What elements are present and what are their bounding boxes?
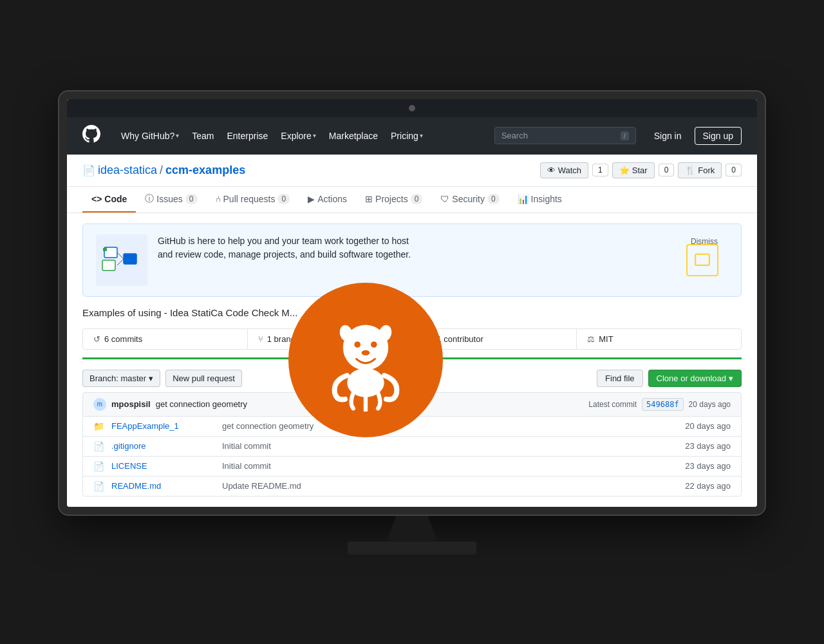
projects-count-badge: 0 [411, 194, 423, 204]
tab-issues[interactable]: ⓘ Issues 0 [136, 187, 206, 213]
repo-tabs: <> Code ⓘ Issues 0 ⑃ Pull requests 0 ▶ A… [67, 187, 757, 213]
svg-rect-2 [124, 254, 136, 264]
tab-projects[interactable]: ⊞ Projects 0 [356, 187, 431, 213]
nav-enterprise[interactable]: Enterprise [221, 127, 273, 145]
new-pull-request-button[interactable]: New pull request [165, 370, 242, 387]
search-input[interactable]: Search / [494, 127, 636, 144]
repo-separator: / [160, 164, 163, 177]
file-name-link[interactable]: FEAppExample_1 [111, 421, 214, 431]
stat-branches[interactable]: ⑂ 1 branch [248, 329, 413, 349]
actions-icon: ▶ [308, 194, 315, 204]
table-row: 📄 .gitignore Initial commit 23 days ago [83, 437, 741, 457]
banner-text: GitHub is here to help you and your team… [158, 234, 666, 261]
file-name-link[interactable]: LICENSE [111, 461, 214, 471]
title-bar [67, 99, 757, 117]
file-table: 📁 FEAppExample_1 get connection geometry… [82, 416, 742, 497]
commit-message: get connection geometry [156, 399, 584, 409]
commit-author-avatar: m [93, 398, 106, 411]
monitor-screen: Why GitHub? ▾ Team Enterprise Explore ▾ [67, 99, 757, 507]
stats-bar: ↺ 6 commits ⑂ 1 branch 👥 1 contributor ⚖… [82, 328, 742, 350]
fork-button[interactable]: 🍴 Fork [678, 162, 722, 178]
watch-count-badge: 1 [592, 164, 608, 176]
stat-contributors[interactable]: 👥 1 contributor [413, 329, 577, 349]
repo-type-icon: 📄 [82, 164, 95, 176]
nav-explore[interactable]: Explore ▾ [276, 127, 321, 145]
security-count-badge: 0 [487, 194, 500, 204]
commit-age: 20 days ago [689, 400, 731, 409]
tab-pull-requests[interactable]: ⑃ Pull requests 0 [207, 187, 299, 213]
star-button[interactable]: ⭐ Star [612, 162, 655, 178]
nav-marketplace[interactable]: Marketplace [324, 127, 383, 145]
sign-up-button[interactable]: Sign up [695, 127, 742, 145]
tab-insights[interactable]: 📊 Insights [509, 187, 571, 213]
commit-author-name[interactable]: mpospisil [111, 399, 151, 409]
tab-security[interactable]: 🛡 Security 0 [431, 187, 508, 213]
repo-owner-link[interactable]: idea-statica [98, 164, 157, 177]
banner-image-left [96, 234, 147, 286]
chevron-down-icon: ▾ [176, 132, 179, 139]
issue-icon: ⓘ [145, 193, 154, 205]
fork-count-badge: 0 [726, 164, 742, 176]
table-row: 📄 LICENSE Initial commit 23 days ago [83, 457, 741, 477]
tab-code[interactable]: <> Code [82, 187, 136, 213]
security-icon: 🛡 [440, 194, 449, 204]
commit-meta: Latest commit 549688f 20 days ago [588, 398, 731, 411]
repo-name-link[interactable]: ccm-examples [165, 164, 245, 177]
clone-download-button[interactable]: Clone or download ▾ [648, 370, 742, 387]
find-file-button[interactable]: Find file [597, 370, 643, 387]
file-age: 23 days ago [685, 461, 731, 471]
file-commit-msg: Initial commit [222, 461, 677, 471]
branch-icon: ⑂ [258, 334, 263, 344]
file-icon: 📄 [93, 481, 104, 491]
tab-actions[interactable]: ▶ Actions [299, 187, 356, 213]
file-toolbar-right: Find file Clone or download ▾ [597, 370, 742, 387]
license-icon: ⚖ [587, 334, 595, 344]
monitor-wrapper: Why GitHub? ▾ Team Enterprise Explore ▾ [58, 90, 766, 554]
file-icon: 📄 [93, 441, 104, 451]
issues-count-badge: 0 [185, 194, 198, 204]
stat-license[interactable]: ⚖ MIT [577, 329, 741, 349]
github-banner: GitHub is here to help you and your team… [82, 223, 742, 297]
file-name-link[interactable]: README.md [111, 481, 214, 491]
star-icon: ⭐ [619, 166, 630, 175]
file-commit-msg: get connection geometry [222, 421, 677, 431]
svg-point-9 [362, 350, 370, 355]
table-row: 📄 README.md Update README.md 22 days ago [83, 477, 741, 496]
branch-selector[interactable]: Branch: master ▾ [82, 370, 160, 387]
stat-commits[interactable]: ↺ 6 commits [83, 329, 248, 349]
file-age: 20 days ago [685, 421, 731, 431]
dismiss-button[interactable]: Dismiss [691, 237, 718, 246]
nav-why-github[interactable]: Why GitHub? ▾ [116, 127, 184, 145]
fork-icon: 🍴 [685, 166, 695, 175]
table-row: 📁 FEAppExample_1 get connection geometry… [83, 417, 741, 437]
repo-action-buttons: 👁 Watch 1 ⭐ Star 0 🍴 Fork 0 [540, 162, 742, 178]
file-age: 23 days ago [685, 441, 731, 451]
github-logo-icon[interactable] [82, 125, 100, 147]
pr-icon: ⑃ [216, 194, 221, 204]
folder-icon: 📁 [93, 421, 104, 431]
repo-description: Examples of using - Idea StatiCa Code Ch… [82, 307, 742, 318]
file-commit-msg: Update README.md [222, 481, 677, 491]
latest-commit-label: Latest commit [588, 400, 637, 409]
stand-base [348, 542, 476, 554]
nav-pricing[interactable]: Pricing ▾ [386, 127, 428, 145]
progress-bar [82, 357, 742, 359]
code-icon: <> [91, 194, 102, 204]
stand-neck [386, 516, 438, 542]
breadcrumb: 📄 idea-statica / ccm-examples [82, 164, 245, 177]
nav-team[interactable]: Team [187, 127, 219, 145]
gh-nav: Why GitHub? ▾ Team Enterprise Explore ▾ [116, 127, 484, 145]
chevron-down-icon: ▾ [729, 374, 733, 383]
commit-sha-link[interactable]: 549688f [642, 398, 684, 411]
file-toolbar: Branch: master ▾ New pull request Find f… [82, 365, 742, 392]
sign-in-button[interactable]: Sign in [646, 128, 689, 144]
svg-rect-3 [103, 248, 107, 251]
svg-rect-1 [102, 260, 115, 270]
repo-content: GitHub is here to help you and your team… [67, 213, 757, 507]
projects-icon: ⊞ [365, 194, 373, 204]
watch-button[interactable]: 👁 Watch [540, 162, 588, 178]
insights-icon: 📊 [518, 194, 529, 204]
file-name-link[interactable]: .gitignore [111, 441, 214, 451]
pr-count-badge: 0 [277, 194, 290, 204]
star-count-badge: 0 [659, 164, 675, 176]
